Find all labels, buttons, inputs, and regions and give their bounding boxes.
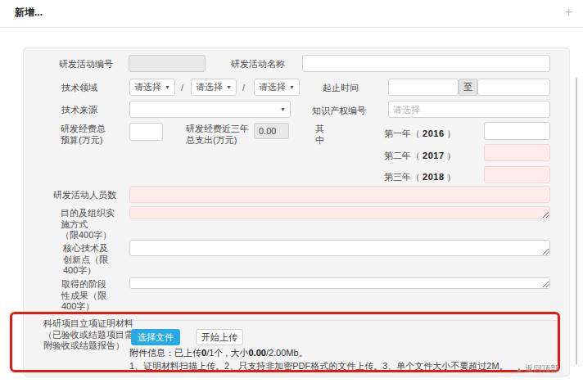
purpose-label: 目的及组织实 施方式 （限400字） bbox=[61, 208, 115, 241]
choose-file-button[interactable]: 选择文件 bbox=[131, 329, 180, 345]
upload-section-divider bbox=[120, 320, 557, 321]
budget-label-line1: 研发经费总 bbox=[61, 124, 106, 133]
year1-input[interactable] bbox=[484, 122, 550, 140]
upload-section-label: 科研项目立项证明材料 （已验收或结题项目需 附验收或结题报告） bbox=[43, 318, 133, 352]
purpose-label-line1: 目的及组织实 bbox=[61, 208, 115, 218]
uploaded-size: 0.00 bbox=[248, 348, 265, 358]
tech-source-label: 技术来源 bbox=[61, 105, 97, 116]
budget-label-line2: 预算(万元) bbox=[61, 135, 102, 145]
personnel-label: 研发活动人员数 bbox=[53, 190, 116, 201]
arrow-up-icon: ▲ bbox=[516, 366, 522, 373]
year2-label: 第二年（ 2017 ） bbox=[384, 150, 456, 162]
upload-label-line2: （已验收或结题项目需 bbox=[43, 330, 133, 340]
date-to-input[interactable] bbox=[477, 79, 550, 96]
tech-field-select-3[interactable]: 请选择 ▼ bbox=[254, 79, 300, 96]
attachment-info: 附件信息：已上传0/1个 , 大小0.00/2.00Mb。 bbox=[129, 347, 308, 359]
date-range-label: 起止时间 bbox=[323, 83, 359, 94]
year3-input[interactable] bbox=[484, 166, 550, 183]
expense-3y-label: 研发经费近三年 总支出(万元) bbox=[186, 124, 249, 146]
stage-results-label-line3: 400字） bbox=[61, 301, 94, 311]
year3-suffix: ） bbox=[445, 172, 456, 182]
stage-results-label-line1: 取得的阶段 bbox=[61, 279, 106, 289]
tech-field-select-2[interactable]: 请选择 ▼ bbox=[191, 79, 237, 96]
chevron-down-icon: ▼ bbox=[280, 106, 286, 112]
budget-label: 研发经费总 预算(万元) bbox=[61, 124, 106, 146]
purpose-textarea[interactable] bbox=[129, 206, 550, 219]
expense-3y-label-line1: 研发经费近三年 bbox=[186, 124, 249, 133]
among-label-line2: 中 bbox=[315, 135, 324, 145]
vertical-scrollbar[interactable] bbox=[576, 78, 577, 364]
upload-label-line3: 附验收或结题报告） bbox=[43, 340, 124, 350]
page-title: 新增... bbox=[15, 6, 43, 20]
stage-results-textarea[interactable] bbox=[129, 277, 550, 289]
header-divider bbox=[0, 27, 583, 28]
activity-no-label: 研发活动编号 bbox=[59, 59, 113, 70]
year1-value: 2016 bbox=[423, 128, 444, 138]
ip-no-input[interactable] bbox=[388, 101, 550, 118]
select-placeholder: 请选择 bbox=[259, 81, 286, 93]
tech-field-select-1[interactable]: 请选择 ▼ bbox=[129, 79, 175, 96]
core-tech-textarea[interactable] bbox=[129, 240, 550, 256]
personnel-input[interactable] bbox=[129, 186, 550, 203]
upload-label-line1: 科研项目立项证明材料 bbox=[43, 318, 133, 328]
back-to-top-link[interactable]: ▲返回顶部 bbox=[516, 363, 559, 375]
year3-label: 第三年（ 2018 ） bbox=[384, 171, 456, 183]
start-upload-button[interactable]: 开始上传 bbox=[196, 329, 243, 345]
chevron-down-icon: ▼ bbox=[226, 84, 232, 90]
upload-instructions: 1、证明材料扫描上传。2、只支持非加密PDF格式的文件上传。3、单个文件大小不要… bbox=[129, 360, 508, 372]
ip-no-label: 知识产权编号 bbox=[312, 106, 366, 117]
date-from-input[interactable] bbox=[388, 79, 459, 96]
chevron-down-icon: ▼ bbox=[289, 84, 295, 90]
activity-name-label: 研发活动名称 bbox=[231, 59, 285, 70]
core-tech-label-line3: 400字） bbox=[63, 265, 96, 275]
year2-input[interactable] bbox=[484, 144, 550, 161]
year1-prefix: 第一年（ bbox=[384, 128, 423, 138]
year1-label: 第一年（ 2016 ） bbox=[384, 128, 456, 140]
among-label-line1: 其 bbox=[315, 124, 324, 133]
core-tech-label-line2: 创新点（限 bbox=[63, 255, 108, 264]
attachment-info-prefix: 附件信息：已上传 bbox=[129, 348, 201, 358]
tech-field-label: 技术领域 bbox=[61, 83, 97, 94]
core-tech-label: 核心技术及 创新点（限 400字） bbox=[63, 243, 108, 277]
year3-prefix: 第三年（ bbox=[384, 172, 423, 182]
field-separator: / bbox=[242, 83, 245, 92]
year2-suffix: ） bbox=[445, 151, 456, 160]
purpose-label-line2: 施方式 bbox=[61, 219, 88, 229]
activity-name-input[interactable] bbox=[302, 55, 550, 72]
budget-input[interactable] bbox=[129, 123, 163, 141]
expense-3y-field: 0.00 bbox=[254, 123, 289, 139]
select-placeholder: 请选择 bbox=[196, 81, 223, 93]
purpose-label-line3: （限400字） bbox=[61, 230, 111, 240]
stage-results-label: 取得的阶段 性成果（限 400字） bbox=[61, 279, 106, 313]
year2-prefix: 第二年（ bbox=[384, 151, 423, 160]
stage-results-label-line2: 性成果（限 bbox=[61, 291, 106, 300]
year1-suffix: ） bbox=[445, 128, 456, 138]
back-to-top-label: 返回顶部 bbox=[525, 363, 559, 373]
tech-source-select[interactable]: ▼ bbox=[129, 101, 291, 118]
year3-value: 2018 bbox=[423, 172, 444, 182]
attachment-info-mid: /1个 , 大小 bbox=[206, 348, 248, 358]
chevron-down-icon: ▼ bbox=[165, 84, 170, 90]
field-separator: / bbox=[181, 83, 183, 92]
among-label: 其 中 bbox=[315, 124, 324, 146]
expense-3y-label-line2: 总支出(万元) bbox=[186, 135, 237, 145]
select-placeholder: 请选择 bbox=[134, 81, 161, 93]
plus-icon[interactable]: + bbox=[565, 5, 572, 20]
date-to-addon: 至 bbox=[459, 79, 477, 96]
year2-value: 2017 bbox=[423, 151, 444, 160]
activity-no-field bbox=[129, 55, 206, 72]
attachment-info-suffix: /2.00Mb。 bbox=[266, 348, 308, 358]
page: 新增... + 研发活动编号 研发活动名称 技术领域 请选择 ▼ / 请选择 ▼… bbox=[0, 0, 583, 392]
core-tech-label-line1: 核心技术及 bbox=[63, 243, 108, 253]
